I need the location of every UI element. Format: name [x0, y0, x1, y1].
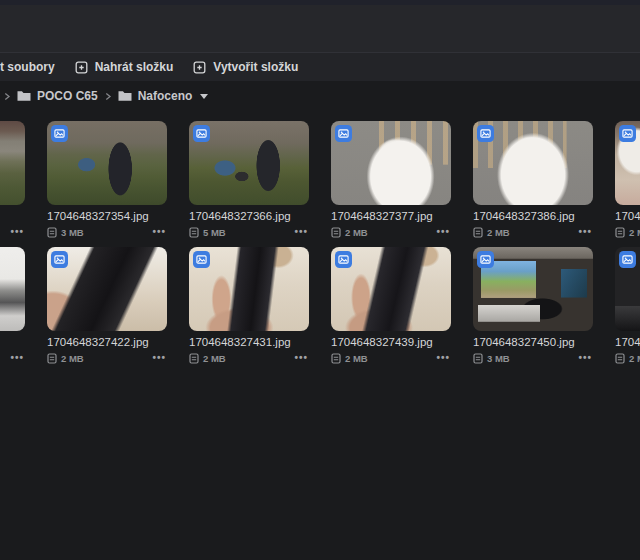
- image-icon: [196, 254, 207, 265]
- file-thumbnail[interactable]: [189, 121, 309, 205]
- more-options-button[interactable]: •••: [578, 227, 593, 237]
- file-thumbnail[interactable]: [47, 247, 167, 331]
- storage-icon: [331, 227, 341, 238]
- file-meta: •••: [0, 226, 25, 238]
- file-grid: ••• 1704648327354.jpg 3 MB •••: [0, 121, 640, 364]
- file-size: 3 MB: [487, 353, 510, 364]
- more-options-button[interactable]: •••: [152, 227, 167, 237]
- file-name[interactable]: 1704648327450.jpg: [473, 335, 593, 349]
- chevron-down-icon[interactable]: [200, 94, 208, 99]
- more-options-button[interactable]: •••: [436, 353, 451, 363]
- file-meta: 2 MB •••: [473, 226, 593, 238]
- folder-plus-icon: [75, 61, 88, 74]
- file-thumbnail[interactable]: [331, 247, 451, 331]
- file-card: 1704648327450.jpg 3 MB •••: [473, 247, 593, 364]
- image-type-badge: [193, 125, 210, 142]
- file-card: 1704648327439.jpg 2 MB •••: [331, 247, 451, 364]
- image-type-badge: [477, 125, 494, 142]
- file-thumbnail[interactable]: [47, 121, 167, 205]
- file-thumbnail[interactable]: [331, 121, 451, 205]
- file-card: 1704648327366.jpg 5 MB •••: [189, 121, 309, 238]
- file-name[interactable]: 170464: [615, 335, 640, 349]
- chevron-right-icon: [3, 92, 11, 101]
- app-header: [0, 5, 640, 52]
- upload-folder-button[interactable]: Nahrát složku: [75, 60, 174, 74]
- file-name[interactable]: 1704648327431.jpg: [189, 335, 309, 349]
- upload-files-label: t soubory: [0, 60, 55, 74]
- storage-icon: [473, 353, 483, 364]
- folder-icon: [17, 90, 31, 102]
- file-meta: 2 MB •••: [615, 352, 640, 364]
- more-options-button[interactable]: •••: [152, 353, 167, 363]
- file-thumbnail[interactable]: [189, 247, 309, 331]
- file-meta: 3 MB •••: [473, 352, 593, 364]
- file-meta: 3 MB •••: [47, 226, 167, 238]
- file-name[interactable]: 1704648327386.jpg: [473, 209, 593, 223]
- image-icon: [480, 254, 491, 265]
- more-options-button[interactable]: •••: [294, 353, 309, 363]
- file-meta: 2 MB •••: [331, 226, 451, 238]
- file-name[interactable]: [0, 335, 25, 349]
- image-type-badge: [477, 251, 494, 268]
- folder-plus-icon: [193, 61, 206, 74]
- storage-icon: [189, 353, 199, 364]
- file-thumbnail[interactable]: [0, 247, 25, 331]
- image-icon: [338, 254, 349, 265]
- image-icon: [622, 128, 633, 139]
- file-grid-row: ••• 1704648327354.jpg 3 MB •••: [0, 121, 640, 238]
- storage-icon: [47, 227, 57, 238]
- more-options-button[interactable]: •••: [294, 227, 309, 237]
- breadcrumb-item-poco-c65[interactable]: POCO C65: [17, 89, 98, 103]
- file-size: 2 MB: [345, 353, 368, 364]
- file-name[interactable]: [0, 209, 25, 223]
- image-type-badge: [619, 251, 636, 268]
- breadcrumb-item-nafoceno[interactable]: Nafoceno: [118, 89, 209, 103]
- upload-folder-label: Nahrát složku: [95, 60, 174, 74]
- chevron-right-icon: [104, 92, 112, 101]
- content-area: POCO C65 Nafoceno: [0, 81, 640, 364]
- image-icon: [622, 254, 633, 265]
- file-meta: 2 MB •••: [47, 352, 167, 364]
- file-card: 170464 2 MB •••: [615, 247, 640, 364]
- more-options-button[interactable]: •••: [10, 227, 25, 237]
- file-thumbnail[interactable]: [615, 247, 640, 331]
- file-card: 1704648327422.jpg 2 MB •••: [47, 247, 167, 364]
- more-options-button[interactable]: •••: [10, 353, 25, 363]
- create-folder-button[interactable]: Vytvořit složku: [193, 60, 298, 74]
- file-thumbnail[interactable]: [0, 121, 25, 205]
- file-name[interactable]: 1704648327439.jpg: [331, 335, 451, 349]
- file-name[interactable]: 1704648327377.jpg: [331, 209, 451, 223]
- create-folder-label: Vytvořit složku: [213, 60, 298, 74]
- image-type-badge: [51, 125, 68, 142]
- toolbar: t soubory Nahrát složku Vytvořit složku: [0, 52, 640, 81]
- more-options-button[interactable]: •••: [436, 227, 451, 237]
- file-size: 2 MB: [203, 353, 226, 364]
- file-thumbnail[interactable]: [473, 247, 593, 331]
- image-type-badge: [193, 251, 210, 268]
- storage-icon: [47, 353, 57, 364]
- file-meta: 2 MB •••: [615, 226, 640, 238]
- file-thumbnail[interactable]: [473, 121, 593, 205]
- more-options-button[interactable]: •••: [578, 353, 593, 363]
- file-card: 170464 2 MB •••: [615, 121, 640, 238]
- image-icon: [54, 128, 65, 139]
- file-card: 1704648327354.jpg 3 MB •••: [47, 121, 167, 238]
- file-size: 5 MB: [203, 227, 226, 238]
- image-type-badge: [619, 125, 636, 142]
- file-size: 2 MB: [61, 353, 84, 364]
- upload-files-button[interactable]: t soubory: [0, 60, 55, 74]
- file-name[interactable]: 1704648327422.jpg: [47, 335, 167, 349]
- file-name[interactable]: 170464: [615, 209, 640, 223]
- file-card: 1704648327431.jpg 2 MB •••: [189, 247, 309, 364]
- file-meta: 5 MB •••: [189, 226, 309, 238]
- breadcrumb-label: POCO C65: [37, 89, 98, 103]
- file-size: 2 MB: [345, 227, 368, 238]
- breadcrumb: POCO C65 Nafoceno: [3, 88, 640, 104]
- file-name[interactable]: 1704648327366.jpg: [189, 209, 309, 223]
- file-size: 2 MB: [487, 227, 510, 238]
- file-size: 3 MB: [61, 227, 84, 238]
- file-card: •••: [0, 247, 25, 364]
- file-thumbnail[interactable]: [615, 121, 640, 205]
- image-icon: [196, 128, 207, 139]
- file-name[interactable]: 1704648327354.jpg: [47, 209, 167, 223]
